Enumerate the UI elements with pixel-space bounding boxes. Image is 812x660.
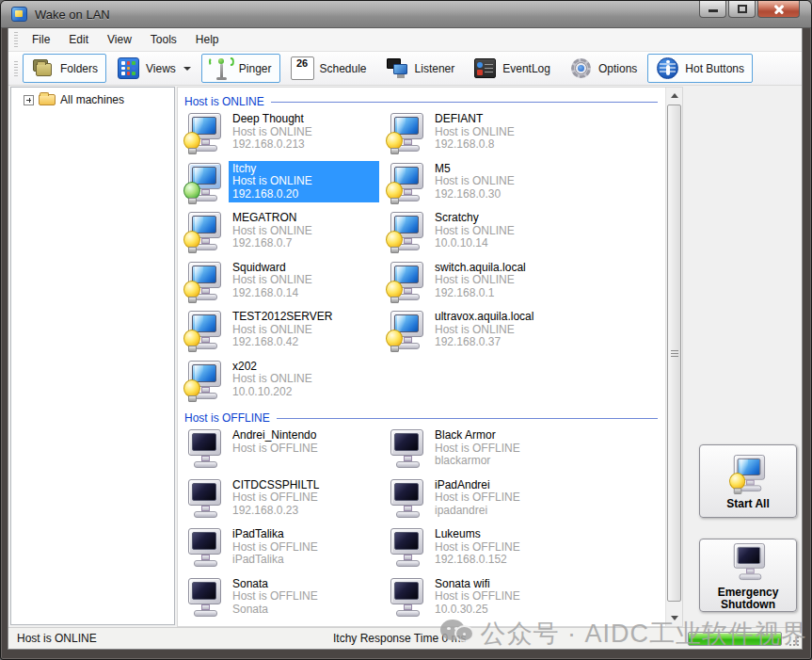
host-detail: blackarmor xyxy=(435,455,577,468)
host-status: Host is ONLINE xyxy=(232,324,374,337)
folders-icon xyxy=(31,56,55,80)
menu-file[interactable]: File xyxy=(23,29,59,50)
host-name: Sonata wifi xyxy=(435,578,577,591)
eventlog-label: EventLog xyxy=(502,62,550,75)
schedule-button[interactable]: 26 Schedule xyxy=(282,54,375,83)
views-icon xyxy=(117,56,140,80)
host-item[interactable]: CITDCSSPHILTL Host is OFFLINE 192.168.0.… xyxy=(183,477,386,527)
minimize-button[interactable] xyxy=(699,1,726,18)
host-item[interactable]: TEST2012SERVER Host is ONLINE 192.168.0.… xyxy=(183,309,386,359)
host-list: Host is ONLINE Deep Thought Host is ONLI… xyxy=(178,88,665,626)
host-detail: 10.0.10.202 xyxy=(232,386,374,399)
listener-button[interactable]: Listener xyxy=(377,54,464,83)
lightbulb-icon xyxy=(183,132,200,154)
emergency-shutdown-button[interactable]: Emergency Shutdown xyxy=(699,539,797,612)
maximize-button[interactable] xyxy=(728,1,756,18)
host-item[interactable]: ultravox.aquila.local Host is ONLINE 192… xyxy=(386,309,588,359)
hot-buttons-icon xyxy=(656,56,679,80)
lightbulb-icon xyxy=(183,182,200,204)
host-item[interactable]: Lukeums Host is OFFLINE 192.168.0.152 xyxy=(386,526,588,576)
folders-label: Folders xyxy=(60,62,98,75)
host-item[interactable]: Sonata Host is OFFLINE Sonata xyxy=(183,576,386,626)
vertical-scrollbar[interactable] xyxy=(665,88,682,626)
host-name: Sonata xyxy=(232,578,374,591)
scrollbar-thumb[interactable] xyxy=(667,105,681,602)
menu-tools[interactable]: Tools xyxy=(141,29,186,50)
host-item[interactable]: iPadTalika Host is OFFLINE iPadTalika xyxy=(183,526,386,576)
menu-help[interactable]: Help xyxy=(186,29,229,50)
window-title: Wake on LAN xyxy=(35,8,110,22)
scroll-up-button[interactable] xyxy=(666,88,683,104)
host-item[interactable]: Scratchy Host is ONLINE 10.0.10.14 xyxy=(386,210,588,260)
tree-expand-icon[interactable] xyxy=(24,95,34,105)
group-header: Host is ONLINE xyxy=(183,91,665,111)
menu-bar: File Edit View Tools Help xyxy=(8,28,802,52)
folder-icon xyxy=(39,94,56,105)
host-item[interactable]: DEFIANT Host is ONLINE 192.168.0.8 xyxy=(386,111,588,161)
host-item[interactable]: iPadAndrei Host is OFFLINE ipadandrei xyxy=(386,477,588,527)
host-status: Host is ONLINE xyxy=(435,126,577,139)
tree-item-all-machines[interactable]: All machines xyxy=(15,93,170,106)
host-item[interactable]: x202 Host is ONLINE 10.0.10.202 xyxy=(183,359,386,409)
views-button[interactable]: Views xyxy=(108,54,199,83)
menu-edit[interactable]: Edit xyxy=(59,29,98,50)
lightbulb-icon xyxy=(183,379,200,402)
lightbulb-icon xyxy=(386,182,403,204)
computer-icon xyxy=(183,111,223,156)
pinger-icon xyxy=(210,56,233,80)
host-item[interactable]: Andrei_Nintendo Host is OFFLINE xyxy=(183,427,386,477)
host-item[interactable]: Squidward Host is ONLINE 192.168.0.14 xyxy=(183,260,386,310)
menu-view[interactable]: View xyxy=(98,29,141,50)
options-button[interactable]: Options xyxy=(561,54,645,83)
host-name: Black Armor xyxy=(435,429,577,443)
host-name: DEFIANT xyxy=(435,113,577,126)
schedule-date-badge: 26 xyxy=(292,57,313,70)
pinger-button[interactable]: Pinger xyxy=(201,54,280,83)
host-status: Host is ONLINE xyxy=(435,175,577,188)
resize-grip[interactable] xyxy=(788,635,799,646)
host-status: Host is ONLINE xyxy=(435,225,577,238)
host-status: Host is OFFLINE xyxy=(232,443,374,456)
host-detail: 192.168.0.7 xyxy=(232,237,374,250)
host-detail: 192.168.0.20 xyxy=(232,188,374,201)
eventlog-button[interactable]: EventLog xyxy=(465,54,559,83)
folders-button[interactable]: Folders xyxy=(23,54,106,83)
host-item[interactable]: switch.aquila.local Host is ONLINE 192.1… xyxy=(386,260,588,310)
host-item[interactable]: Deep Thought Host is ONLINE 192.168.0.21… xyxy=(183,111,386,161)
lightbulb-icon xyxy=(386,132,403,154)
tree-item-label: All machines xyxy=(60,93,124,106)
listener-icon xyxy=(386,56,409,80)
host-status: Host is OFFLINE xyxy=(435,491,577,505)
schedule-label: Schedule xyxy=(320,62,367,75)
host-item[interactable]: Squeeze Host is OFFLINE xyxy=(183,625,386,626)
host-item[interactable]: MEGATRON Host is ONLINE 192.168.0.7 xyxy=(183,210,386,260)
host-status: Host is OFFLINE xyxy=(435,590,577,604)
window-controls xyxy=(697,1,800,18)
toolbar-grip[interactable] xyxy=(14,61,18,76)
hot-buttons-label: Hot Buttons xyxy=(685,62,744,75)
computer-icon xyxy=(183,526,223,571)
options-label: Options xyxy=(598,62,637,75)
main-area: All machines Host is ONLINE Deep Thought… xyxy=(8,86,802,627)
host-detail: 192.168.0.213 xyxy=(232,138,374,152)
computer-icon xyxy=(386,309,425,354)
host-name: Scratchy xyxy=(435,212,577,225)
host-item[interactable]: Sonata wifi Host is OFFLINE 10.0.30.25 xyxy=(386,576,588,626)
host-item[interactable]: Black Armor Host is OFFLINE blackarmor xyxy=(386,427,588,477)
host-item[interactable]: M5 Host is ONLINE 192.168.0.30 xyxy=(386,161,588,211)
host-detail: 192.168.0.8 xyxy=(435,138,577,152)
scrollbar-grip-icon xyxy=(671,353,678,354)
host-name: Itchy xyxy=(232,163,374,176)
start-all-button[interactable]: Start All xyxy=(699,444,797,518)
host-name: TEST2012SERVER xyxy=(232,311,374,324)
computer-icon xyxy=(183,210,223,255)
close-button[interactable] xyxy=(757,1,800,18)
scroll-down-button[interactable] xyxy=(666,610,683,626)
hot-buttons-button[interactable]: Hot Buttons xyxy=(647,54,753,83)
status-response-time: Itchy Response Time 0 ms xyxy=(333,632,466,645)
lightbulb-icon xyxy=(386,281,403,303)
host-item[interactable]: Itchy Host is ONLINE 192.168.0.20 xyxy=(183,161,386,211)
host-name: Squidward xyxy=(232,262,374,275)
menubar-grip[interactable] xyxy=(14,32,18,47)
host-name: ultravox.aquila.local xyxy=(435,311,577,324)
